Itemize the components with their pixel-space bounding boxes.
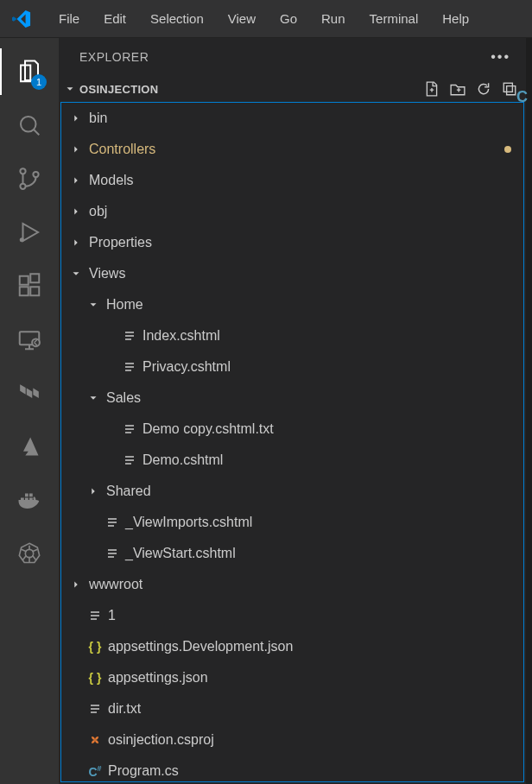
chevron-right-icon	[70, 174, 86, 187]
chevron-right-icon	[70, 237, 86, 249]
svg-point-3	[33, 172, 38, 177]
menu-bar: File Edit Selection View Go Run Terminal…	[0, 0, 532, 38]
menu-run[interactable]: Run	[309, 11, 358, 26]
tree-item-label: wwwroot	[86, 577, 142, 592]
tree-item-label: bin	[86, 111, 107, 126]
explorer-title-bar: EXPLORER •••	[59, 38, 526, 76]
tree-item-label: Program.cs	[104, 763, 179, 779]
chevron-down-icon	[87, 299, 103, 311]
chevron-down-icon	[70, 268, 86, 280]
tree-item-label: appsettings.json	[104, 670, 208, 686]
file-appsettings-development-json[interactable]: { }appsettings.Development.json	[61, 631, 523, 662]
svg-point-10	[32, 338, 40, 346]
svg-point-1	[20, 168, 25, 174]
explorer-section-header[interactable]: OSINJECTION	[59, 76, 526, 102]
file-program-cs[interactable]: C#Program.cs	[61, 756, 523, 782]
svg-point-2	[20, 184, 25, 189]
explorer-section-actions	[424, 81, 517, 97]
activity-explorer[interactable]: 1	[0, 45, 59, 98]
tree-item-label: Index.cshtml	[139, 328, 220, 344]
modified-dot-icon	[504, 146, 511, 153]
activity-azure[interactable]	[0, 420, 59, 473]
activity-remote[interactable]	[0, 313, 59, 366]
folder-models[interactable]: Models	[61, 165, 523, 196]
menu-help[interactable]: Help	[430, 11, 481, 26]
chevron-right-icon	[70, 112, 86, 124]
file-1[interactable]: 1	[61, 600, 523, 631]
svg-rect-14	[25, 494, 28, 497]
csharp-file-icon: C#	[86, 764, 104, 779]
activity-run-debug[interactable]	[0, 205, 59, 259]
tree-item-label: appsettings.Development.json	[104, 639, 293, 654]
new-folder-icon[interactable]	[450, 81, 466, 97]
json-file-icon: { }	[86, 640, 104, 654]
file-dir-txt[interactable]: dir.txt	[61, 693, 523, 724]
tree-item-label: Views	[86, 266, 125, 281]
folder-bin[interactable]: bin	[61, 103, 523, 134]
svg-rect-5	[20, 276, 28, 285]
collapse-all-icon[interactable]	[502, 81, 517, 97]
tree-item-label: 1	[104, 608, 116, 623]
tree-item-label: osinjection.csproj	[104, 732, 214, 748]
menu-selection[interactable]: Selection	[138, 11, 216, 26]
tree-item-label: dir.txt	[104, 701, 141, 717]
menu-edit[interactable]: Edit	[92, 11, 138, 26]
activity-docker[interactable]	[0, 473, 59, 527]
refresh-icon[interactable]	[476, 81, 491, 97]
file-index-cshtml[interactable]: Index.cshtml	[61, 320, 523, 351]
menu-file[interactable]: File	[47, 11, 92, 26]
svg-rect-17	[504, 83, 512, 92]
text-file-icon	[86, 609, 104, 623]
text-file-icon	[120, 453, 139, 467]
tree-item-label: obj	[86, 204, 107, 219]
folder-sales[interactable]: Sales	[61, 383, 523, 414]
file-privacy-cshtml[interactable]: Privacy.cshtml	[61, 351, 523, 383]
chevron-right-icon	[87, 485, 103, 497]
folder-obj[interactable]: obj	[61, 196, 523, 227]
file--viewimports-cshtml[interactable]: _ViewImports.cshtml	[61, 507, 523, 538]
json-file-icon: { }	[86, 671, 104, 685]
file-tree: binControllersModelsobjPropertiesViewsHo…	[60, 102, 524, 782]
file-appsettings-json[interactable]: { }appsettings.json	[61, 662, 523, 693]
activity-search[interactable]	[0, 98, 59, 152]
activity-source-control[interactable]	[0, 152, 59, 205]
tree-item-label: Controllers	[86, 142, 155, 157]
file-demo-cshtml[interactable]: Demo.cshtml	[61, 445, 523, 476]
folder-properties[interactable]: Properties	[61, 227, 523, 258]
svg-point-0	[21, 117, 36, 132]
tree-item-label: Sales	[103, 390, 141, 406]
activity-kubernetes[interactable]	[0, 527, 59, 580]
file--viewstart-cshtml[interactable]: _ViewStart.cshtml	[61, 538, 523, 569]
text-file-icon	[120, 422, 139, 436]
menu-terminal[interactable]: Terminal	[358, 11, 431, 26]
folder-views[interactable]: Views	[61, 258, 523, 289]
svg-point-4	[20, 237, 24, 242]
editor-area	[527, 38, 532, 784]
tree-item-label: Privacy.cshtml	[139, 359, 231, 375]
file-demo-copy-cshtml-txt[interactable]: Demo copy.cshtml.txt	[61, 414, 523, 445]
tree-item-label: Demo.cshtml	[139, 452, 223, 468]
svg-rect-7	[30, 287, 39, 295]
explorer-section-name: OSINJECTION	[79, 83, 158, 96]
chevron-right-icon	[70, 579, 86, 591]
explorer-sidebar: EXPLORER ••• OSINJECTION binControllersM…	[59, 38, 527, 784]
folder-controllers[interactable]: Controllers	[61, 134, 523, 165]
new-file-icon[interactable]	[424, 81, 440, 97]
text-file-icon	[103, 515, 122, 529]
activity-extensions[interactable]	[0, 259, 59, 313]
menu-go[interactable]: Go	[268, 11, 309, 26]
folder-home[interactable]: Home	[61, 289, 523, 320]
explorer-more-icon[interactable]: •••	[491, 49, 510, 65]
text-file-icon	[103, 547, 122, 560]
text-file-icon	[120, 360, 139, 374]
chevron-right-icon	[70, 143, 86, 155]
folder-wwwroot[interactable]: wwwroot	[61, 569, 523, 600]
chevron-down-icon	[87, 392, 103, 404]
file-osinjection-csproj[interactable]: osinjection.csproj	[61, 724, 523, 756]
tree-item-label: _ViewImports.cshtml	[122, 515, 252, 530]
svg-rect-6	[20, 287, 28, 295]
activity-terraform[interactable]	[0, 366, 59, 420]
menu-view[interactable]: View	[216, 11, 268, 26]
xml-file-icon	[86, 733, 104, 747]
folder-shared[interactable]: Shared	[61, 476, 523, 507]
